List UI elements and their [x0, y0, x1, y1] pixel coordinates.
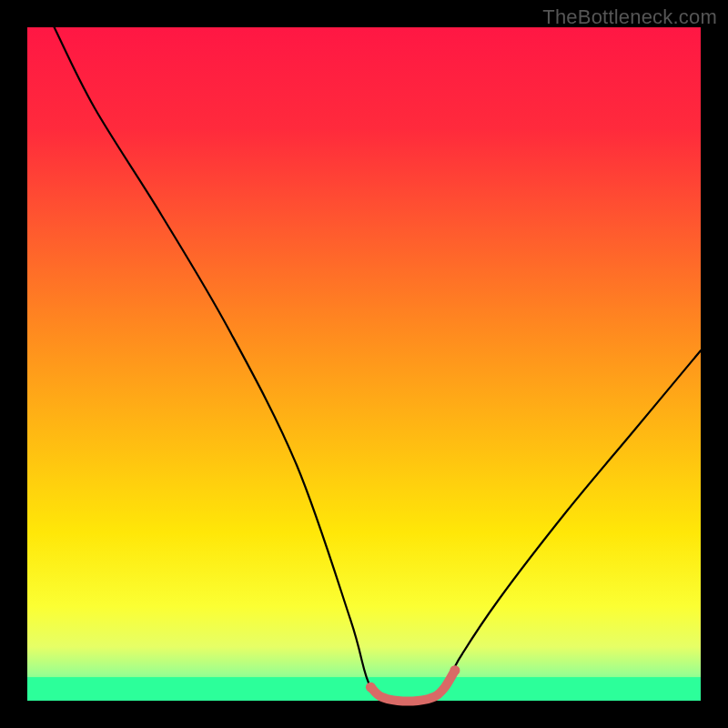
chart-stage: TheBottleneck.com — [0, 0, 728, 728]
optimal-range-endpoint — [366, 682, 376, 693]
gradient-background — [27, 27, 701, 701]
attribution-text: TheBottleneck.com — [542, 5, 717, 29]
optimal-zone-band — [27, 677, 701, 701]
optimal-range-endpoint — [450, 665, 460, 675]
bottleneck-chart — [0, 0, 728, 728]
